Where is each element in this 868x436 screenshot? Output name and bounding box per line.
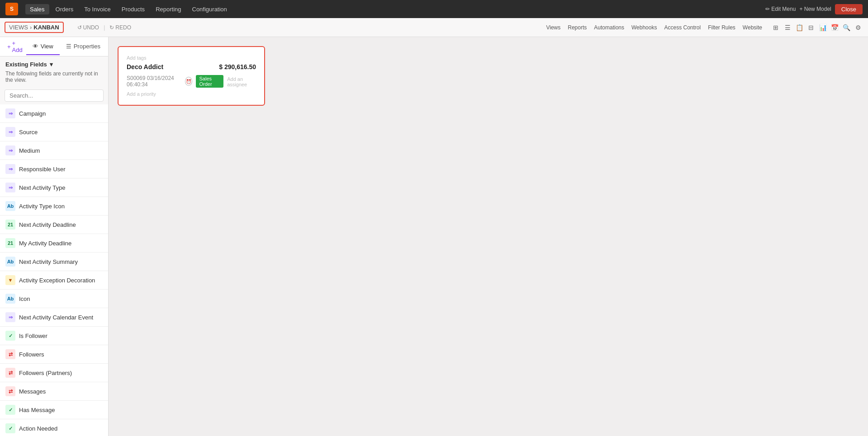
nav-item-sales[interactable]: Sales — [25, 4, 49, 14]
automations-btn[interactable]: Automations — [591, 23, 627, 32]
view-icon: 👁 — [33, 43, 38, 50]
nav-item-to-invoice[interactable]: To Invoice — [80, 4, 115, 14]
nav-menu-items: Sales Orders To Invoice Products Reporti… — [25, 4, 232, 14]
kanban-view-icon[interactable]: ⊞ — [770, 22, 781, 33]
views-btn[interactable]: Views — [543, 23, 563, 32]
field-item[interactable]: ⇒ Responsible User — [0, 160, 108, 178]
kanban-card-date: S00069 03/16/2024 06:40:34 — [127, 75, 181, 88]
properties-icon: ☰ — [66, 43, 71, 50]
field-icon: Ab — [5, 294, 15, 304]
field-item[interactable]: ⇒ Source — [0, 123, 108, 141]
field-item[interactable]: Ab Next Activity Summary — [0, 253, 108, 271]
kanban-card-assignee[interactable]: Add an assignee — [227, 76, 256, 87]
website-btn[interactable]: Website — [740, 23, 765, 32]
field-icon: Ab — [5, 257, 15, 267]
field-label: Followers (Partners) — [19, 370, 72, 376]
field-label: Next Activity Summary — [19, 258, 78, 265]
sidebar-tab-view[interactable]: 👁 View — [26, 38, 60, 55]
kanban-card: Add tags Deco Addict $ 290,616.50 S00069… — [121, 50, 261, 102]
field-icon: ⇒ — [5, 145, 15, 155]
sidebar-tab-add[interactable]: + + Add — [4, 37, 26, 56]
calendar-view-icon[interactable]: 📋 — [794, 22, 805, 33]
field-label: Medium — [19, 147, 40, 154]
main-area: + + Add 👁 View ☰ Properties Existing Fie… — [0, 37, 868, 436]
view-label: View — [41, 43, 53, 50]
properties-label: Properties — [74, 43, 100, 50]
field-label: Action Needed — [19, 425, 57, 432]
access-control-btn[interactable]: Access Control — [661, 23, 703, 32]
field-icon: ⇄ — [5, 349, 15, 359]
field-item[interactable]: Ab Activity Type Icon — [0, 197, 108, 216]
settings-icon[interactable]: ⚙ — [853, 22, 863, 33]
field-icon: ✓ — [5, 405, 15, 415]
field-icon: Ab — [5, 201, 15, 211]
field-icon: ⇒ — [5, 127, 15, 137]
app-logo: S — [5, 3, 18, 15]
field-label: Activity Exception Decoration — [19, 277, 95, 284]
undo-label: UNDO — [83, 24, 99, 31]
field-item[interactable]: ⇄ Followers (Partners) — [0, 364, 108, 382]
second-toolbar: VIEWS › KANBAN ↺ UNDO | ↻ REDO Views Rep… — [0, 18, 868, 37]
kanban-card-amount: $ 290,616.50 — [219, 63, 256, 70]
field-item[interactable]: ✓ Is Follower — [0, 327, 108, 345]
edit-menu-button[interactable]: ✏ Edit Menu — [765, 6, 796, 12]
redo-button[interactable]: ↻ REDO — [107, 23, 134, 32]
sidebar: + + Add 👁 View ☰ Properties Existing Fie… — [0, 37, 109, 436]
redo-icon: ↻ — [109, 24, 114, 31]
close-button[interactable]: Close — [835, 4, 863, 14]
field-label: Next Activity Deadline — [19, 221, 76, 228]
sales-order-badge: Sales Order — [196, 75, 224, 88]
field-icon: ⇄ — [5, 386, 15, 396]
undo-icon: ↺ — [77, 24, 82, 31]
clock-icon: ⏰ — [185, 77, 192, 86]
field-label: Activity Type Icon — [19, 203, 65, 210]
webhooks-btn[interactable]: Webhooks — [629, 23, 659, 32]
field-item[interactable]: ⇄ Messages — [0, 382, 108, 401]
field-item[interactable]: ✓ Has Message — [0, 401, 108, 419]
filter-rules-btn[interactable]: Filter Rules — [705, 23, 738, 32]
top-nav-right: ✏ Edit Menu + New Model Close — [765, 4, 863, 14]
search-icon[interactable]: 🔍 — [841, 22, 852, 33]
field-icon: ▼ — [5, 275, 15, 285]
breadcrumb-views[interactable]: VIEWS — [9, 24, 28, 31]
graph-view-icon[interactable]: 📊 — [817, 22, 828, 33]
kanban-card-row1: Deco Addict $ 290,616.50 — [127, 63, 256, 70]
pivot-view-icon[interactable]: ⊟ — [806, 22, 816, 33]
undo-button[interactable]: ↺ UNDO — [75, 23, 102, 32]
kanban-card-priority[interactable]: Add a priority — [127, 91, 256, 97]
reports-btn[interactable]: Reports — [565, 23, 589, 32]
field-icon: ⇒ — [5, 312, 15, 322]
kanban-card-title: Deco Addict — [127, 63, 163, 70]
field-label: Followers — [19, 351, 44, 358]
field-icon: ⇒ — [5, 108, 15, 118]
dropdown-arrow-icon[interactable]: ▾ — [50, 61, 53, 68]
add-icon: + — [7, 43, 11, 50]
breadcrumb-separator: › — [30, 24, 32, 31]
kanban-card-wrapper: Add tags Deco Addict $ 290,616.50 S00069… — [118, 46, 265, 106]
gantt-view-icon[interactable]: 📅 — [829, 22, 840, 33]
fields-search-input[interactable] — [5, 89, 104, 102]
field-label: Is Follower — [19, 333, 47, 339]
new-model-button[interactable]: + New Model — [799, 6, 831, 12]
field-item[interactable]: ✓ Action Needed — [0, 419, 108, 436]
field-item[interactable]: 21 Next Activity Deadline — [0, 216, 108, 234]
field-item[interactable]: 21 My Activity Deadline — [0, 234, 108, 253]
field-item[interactable]: ⇒ Campaign — [0, 104, 108, 123]
field-item[interactable]: ⇒ Next Activity Calendar Event — [0, 308, 108, 327]
field-item[interactable]: ⇒ Next Activity Type — [0, 178, 108, 197]
top-navigation: S Sales Orders To Invoice Products Repor… — [0, 0, 868, 18]
field-item[interactable]: Ab Icon — [0, 290, 108, 308]
field-item[interactable]: ⇄ Followers — [0, 345, 108, 364]
nav-item-configuration[interactable]: Configuration — [188, 4, 232, 14]
undo-redo-separator: | — [104, 24, 105, 31]
field-label: Has Message — [19, 407, 55, 413]
nav-item-reporting[interactable]: Reporting — [151, 4, 185, 14]
sidebar-tab-properties[interactable]: ☰ Properties — [60, 38, 107, 55]
existing-fields-label: Existing Fields — [5, 61, 47, 68]
kanban-card-tags[interactable]: Add tags — [127, 55, 256, 61]
field-item[interactable]: ⇒ Medium — [0, 141, 108, 160]
nav-item-products[interactable]: Products — [117, 4, 149, 14]
list-view-icon[interactable]: ☰ — [782, 22, 793, 33]
nav-item-orders[interactable]: Orders — [51, 4, 78, 14]
field-item[interactable]: ▼ Activity Exception Decoration — [0, 271, 108, 290]
